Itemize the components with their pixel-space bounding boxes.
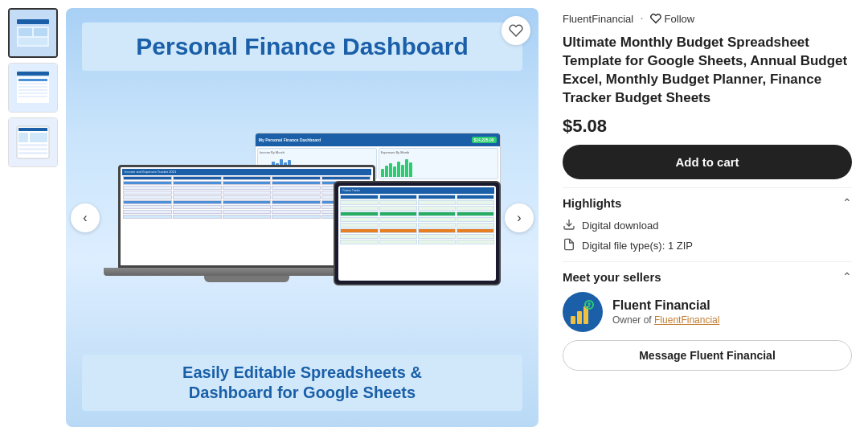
svg-rect-13: [18, 92, 47, 94]
download-icon: [563, 218, 575, 233]
svg-rect-14: [18, 96, 47, 97]
svg-rect-17: [18, 128, 47, 131]
add-to-cart-button[interactable]: Add to cart: [563, 145, 852, 179]
highlight-item-download: Digital download: [563, 218, 852, 233]
dashboard-header: My Personal Finance Dashboard $14,225.00: [256, 133, 500, 146]
svg-rect-1: [17, 19, 49, 24]
svg-rect-20: [18, 144, 47, 146]
seller-sub: Owner of FluentFinancial: [612, 314, 719, 326]
seller-details: Fluent Financial Owner of FluentFinancia…: [612, 298, 719, 326]
product-title: Ultimate Monthly Budget Spreadsheet Temp…: [563, 34, 852, 108]
thumbnail-1[interactable]: [8, 8, 58, 58]
svg-rect-10: [18, 83, 47, 84]
laptop-stand: [204, 276, 290, 282]
meet-sellers-chevron-icon: ⌃: [842, 270, 852, 283]
message-button[interactable]: Message Fluent Financial: [563, 340, 852, 371]
seller-username[interactable]: FluentFinancial: [563, 13, 633, 25]
tablet-mockup: Finance Tracker: [334, 181, 500, 285]
svg-rect-22: [18, 152, 47, 154]
main-image-title: Personal Finance Dashboard: [82, 23, 522, 71]
follow-label: Follow: [665, 13, 695, 25]
meet-sellers-title: Meet your sellers: [563, 270, 661, 284]
thumbnail-2[interactable]: [8, 63, 58, 113]
svg-rect-9: [18, 79, 47, 81]
highlights-chevron-icon: ⌃: [842, 196, 852, 209]
svg-rect-18: [18, 133, 28, 142]
tablet-body: Finance Tracker: [334, 181, 500, 285]
dashboard-preview: My Personal Finance Dashboard $14,225.00…: [104, 133, 500, 293]
follow-button[interactable]: Follow: [650, 13, 695, 25]
svg-rect-3: [18, 28, 32, 36]
svg-rect-21: [18, 148, 47, 150]
highlights-section-header: Highlights ⌃: [563, 187, 852, 210]
seller-avatar: [563, 292, 603, 332]
svg-point-24: [564, 293, 601, 330]
next-arrow[interactable]: ›: [505, 203, 534, 232]
thumbnail-list: [8, 8, 58, 427]
svg-rect-4: [34, 28, 47, 36]
product-price: $5.08: [563, 116, 852, 137]
main-image-wrapper: Personal Finance Dashboard My Personal F…: [66, 8, 538, 427]
expense-chart: Expenses By Month: [379, 148, 498, 179]
svg-rect-12: [18, 89, 47, 91]
file-icon: [563, 238, 575, 253]
svg-rect-11: [18, 86, 47, 88]
highlights-list: Digital download Digital file type(s): 1…: [563, 218, 852, 253]
seller-shop-name: Fluent Financial: [612, 298, 719, 313]
left-panel: Personal Finance Dashboard My Personal F…: [0, 0, 547, 435]
main-image-bottom-text: Easily Editable Spreadsheets &Dashboard …: [82, 355, 522, 411]
prev-arrow[interactable]: ‹: [71, 203, 100, 232]
main-image: Personal Finance Dashboard My Personal F…: [66, 8, 538, 427]
heart-icon: [650, 13, 661, 24]
seller-row: FluentFinancial · Follow: [563, 11, 852, 26]
svg-rect-5: [18, 38, 47, 45]
separator: ·: [640, 11, 643, 26]
highlight-download-text: Digital download: [582, 220, 658, 232]
owner-label: Owner of: [612, 314, 652, 326]
svg-rect-7: [17, 72, 49, 76]
highlight-filetype-text: Digital file type(s): 1 ZIP: [582, 240, 693, 252]
meet-sellers-header: Meet your sellers ⌃: [563, 270, 852, 284]
svg-rect-26: [577, 311, 582, 324]
owner-link[interactable]: FluentFinancial: [654, 314, 719, 326]
svg-rect-19: [30, 133, 47, 142]
wishlist-button[interactable]: [502, 16, 530, 45]
highlights-title: Highlights: [563, 196, 621, 210]
meet-sellers-section: Meet your sellers ⌃ Fluent Financial Own…: [563, 261, 852, 332]
highlight-item-filetype: Digital file type(s): 1 ZIP: [563, 238, 852, 253]
seller-info-row: Fluent Financial Owner of FluentFinancia…: [563, 292, 852, 332]
right-panel: FluentFinancial · Follow Ultimate Monthl…: [547, 0, 868, 435]
thumbnail-3[interactable]: [8, 117, 58, 167]
svg-rect-25: [571, 316, 575, 324]
tablet-screen: Finance Tracker: [338, 186, 495, 281]
